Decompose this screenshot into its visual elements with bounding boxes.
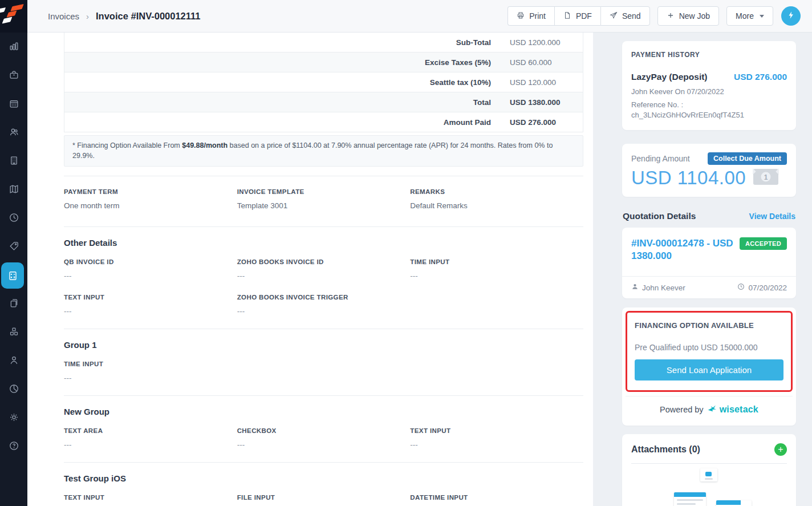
custom-field: TIME INPUT--- <box>64 361 237 382</box>
payment-entry: LazyPay (Deposit) USD 276.000 John Keeve… <box>631 72 787 120</box>
sidebar-item-parts[interactable] <box>0 318 27 347</box>
financing-note: * Financing Option Available From $49.88… <box>64 135 583 167</box>
custom-field: TEXT INPUT <box>64 494 237 506</box>
parts-icon <box>9 326 19 339</box>
section-other-details: Other Details QB INVOICE ID--- ZOHO BOOK… <box>64 227 583 329</box>
table-row: Amount PaidUSD 276.000 <box>64 112 583 132</box>
bird-icon <box>708 404 718 415</box>
prequalified-text: Pre Qualified upto USD 15000.000 <box>635 343 783 352</box>
divider <box>631 463 787 464</box>
clock-icon <box>737 283 745 292</box>
sidebar-item-settings[interactable] <box>0 404 27 432</box>
table-row: Seattle tax (10%)USD 120.000 <box>64 72 583 92</box>
chevron-down-icon <box>760 15 764 18</box>
new-job-button[interactable]: New Job <box>657 6 719 26</box>
help-icon <box>9 440 19 454</box>
custom-field: DATETIME INPUT <box>410 494 583 506</box>
sidebar-item-dashboard[interactable] <box>0 33 27 62</box>
custom-field: FILE INPUT <box>237 494 411 506</box>
financing-title: FINANCING OPTION AVAILABLE <box>635 321 783 330</box>
payment-amount: USD 276.000 <box>734 72 787 82</box>
send-loan-application-button[interactable]: Send Loan Application <box>635 359 783 380</box>
invoice-totals-table: Sub-TotalUSD 1200.000 Excise Taxes (5%)U… <box>64 33 583 132</box>
documents-icon <box>9 298 19 311</box>
header-actions: Print PDF Send New Job More <box>508 6 801 26</box>
sidebar-item-team[interactable] <box>0 347 27 375</box>
person-icon <box>631 283 639 292</box>
reports-icon <box>9 383 19 396</box>
invoices-icon <box>1 262 24 289</box>
sidebar-item-map[interactable] <box>0 176 27 204</box>
view-details-link[interactable]: View Details <box>749 212 795 221</box>
meta-field: REMARKSDefault Remarks <box>410 188 583 210</box>
custom-field: CHECKBOX--- <box>237 427 411 449</box>
sidebar-item-timesheets[interactable] <box>0 204 27 233</box>
empty-attachments-illustration <box>647 468 772 506</box>
section-title: Test Group iOS <box>64 473 583 483</box>
sidebar-item-help[interactable] <box>0 432 27 461</box>
svg-text:1: 1 <box>764 173 768 181</box>
page-title: Invoice #INV-000012111 <box>96 11 200 22</box>
document-actions-group: Print PDF Send <box>508 6 650 26</box>
section-new-group: New Group TEXT AREA--- CHECKBOX--- TEXT … <box>64 396 583 463</box>
building-icon <box>9 155 19 168</box>
powered-by-row: Powered by wisetack <box>626 396 793 422</box>
payment-by-on: John Keever On 07/20/2022 <box>631 87 787 96</box>
more-button[interactable]: More <box>726 6 773 26</box>
sidebar-nav <box>0 33 27 461</box>
sidebar-item-customers[interactable] <box>0 119 27 147</box>
attachments-title: Attachments (0) <box>631 444 700 455</box>
paper-plane-icon <box>610 11 618 21</box>
quotation-number-link[interactable]: #INV-000012478 - USD 1380.000 <box>631 237 734 262</box>
quotation-card: #INV-000012478 - USD 1380.000 ACCEPTED J… <box>622 228 796 298</box>
section-title: Other Details <box>64 238 583 248</box>
pdf-button[interactable]: PDF <box>554 6 600 26</box>
bar-chart-icon <box>9 41 19 54</box>
section-group-1: Group 1 TIME INPUT--- <box>64 329 583 396</box>
quotation-details-header: Quotation Details View Details <box>622 211 796 221</box>
pending-amount-card: Pending Amount Collect Due Amount USD 11… <box>622 144 796 197</box>
add-attachment-button[interactable]: + <box>774 443 787 456</box>
custom-field: ZOHO BOOKS INVOICE ID--- <box>237 258 411 280</box>
plus-icon <box>667 11 675 21</box>
financing-highlight-box: FINANCING OPTION AVAILABLE Pre Qualified… <box>626 311 793 392</box>
send-button[interactable]: Send <box>600 6 650 26</box>
payment-history-title: PAYMENT HISTORY <box>631 51 787 59</box>
section-test-group-ios: Test Group iOS TEXT INPUT FILE INPUT DAT… <box>64 463 583 506</box>
settings-icon <box>9 412 19 425</box>
invoice-detail-panel: Sub-TotalUSD 1200.000 Excise Taxes (5%)U… <box>27 33 593 506</box>
briefcase-icon <box>9 70 19 83</box>
quotation-details-title: Quotation Details <box>623 211 696 221</box>
custom-field: ZOHO BOOKS INVOICE TRIGGER--- <box>237 294 411 315</box>
sidebar-item-quotations[interactable] <box>0 290 27 318</box>
sidebar <box>0 0 27 506</box>
map-icon <box>9 184 19 197</box>
status-badge: ACCEPTED <box>740 237 787 250</box>
custom-field: TEXT INPUT--- <box>410 427 583 449</box>
table-row: Excise Taxes (5%)USD 60.000 <box>64 52 583 72</box>
custom-field: QB INVOICE ID--- <box>64 258 237 280</box>
sidebar-item-pricing[interactable] <box>0 233 27 261</box>
print-button[interactable]: Print <box>508 6 554 26</box>
collect-due-amount-button[interactable]: Collect Due Amount <box>708 152 787 165</box>
sidebar-item-invoices[interactable] <box>0 261 27 290</box>
sidebar-item-reports[interactable] <box>0 375 27 404</box>
sidebar-item-dispatch[interactable] <box>0 90 27 119</box>
attachments-card: Attachments (0) + <box>622 434 796 506</box>
quotation-date: 07/20/2022 <box>737 283 787 292</box>
sidebar-item-organization[interactable] <box>0 147 27 176</box>
clock-icon <box>9 212 19 225</box>
tag-icon <box>9 241 19 254</box>
pending-amount-value: USD 1104.00 <box>631 167 746 189</box>
sidebar-item-jobs[interactable] <box>0 62 27 90</box>
section-title: New Group <box>64 407 583 416</box>
quick-actions-button[interactable] <box>781 6 801 26</box>
custom-field: TEXT INPUT--- <box>64 294 237 315</box>
table-row: Sub-TotalUSD 1200.000 <box>64 33 583 52</box>
calendar-icon <box>9 98 19 111</box>
app-logo[interactable] <box>0 0 27 33</box>
breadcrumb-invoices[interactable]: Invoices <box>48 11 79 21</box>
topbar: Invoices › Invoice #INV-000012111 Print … <box>27 0 812 33</box>
wisetack-logo: wisetack <box>708 404 758 415</box>
payment-history-card: PAYMENT HISTORY LazyPay (Deposit) USD 27… <box>622 41 796 130</box>
